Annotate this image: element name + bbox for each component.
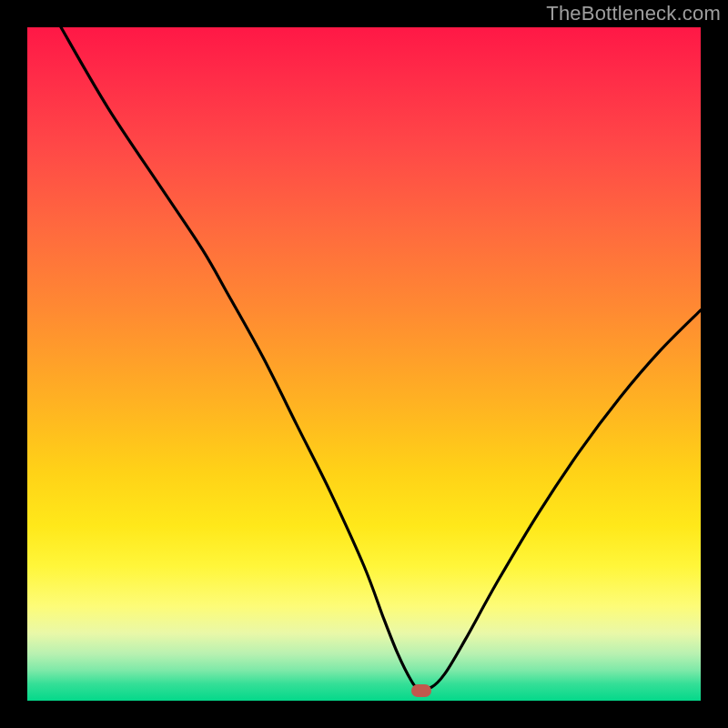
plot-area — [27, 27, 701, 701]
chart-stage: TheBottleneck.com — [0, 0, 728, 728]
optimum-marker — [411, 684, 431, 697]
bottleneck-curve — [27, 27, 701, 701]
watermark-text: TheBottleneck.com — [546, 2, 721, 25]
